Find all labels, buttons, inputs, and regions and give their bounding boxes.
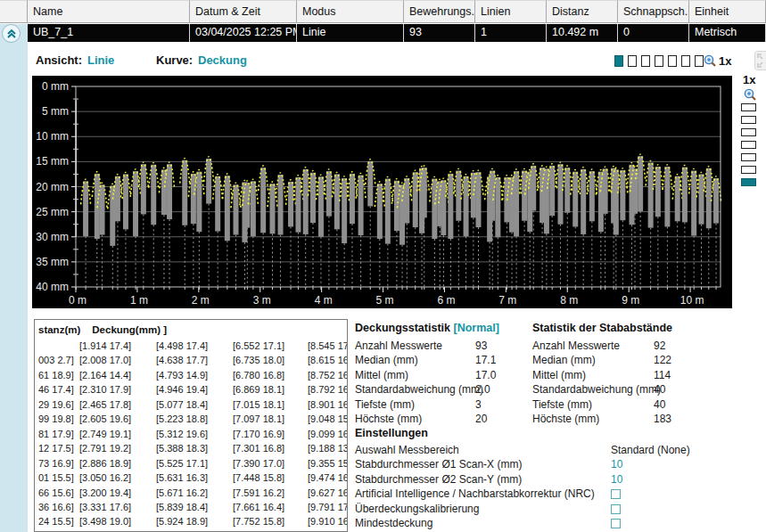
- measure-cell: [7.015 18.1]: [233, 399, 308, 410]
- side-layer-toggle-4[interactable]: [741, 153, 756, 161]
- setting-checkbox-3[interactable]: [611, 489, 621, 499]
- measure-cell: [2.886 18.9]: [79, 458, 156, 469]
- measure-cell: 66 15.6]: [38, 487, 79, 498]
- svg-text:15 mm: 15 mm: [36, 155, 69, 168]
- measure-cell: [3.331 17.6]: [79, 502, 156, 512]
- setting-checkbox-4[interactable]: [611, 504, 621, 514]
- measure-cell: [2.465 17.8]: [79, 399, 156, 410]
- setting-value-2: 10: [611, 473, 622, 486]
- zoom-in-icon[interactable]: [704, 54, 717, 68]
- side-layer-toggle-2[interactable]: [741, 128, 756, 136]
- stat-value: 2.0: [475, 383, 490, 396]
- row-cell-7[interactable]: Metrisch: [689, 24, 766, 42]
- stat-value: 93: [475, 340, 487, 352]
- setting-label-3: Artificial Intelligence / Nachbarstabkor…: [355, 487, 595, 500]
- fullscreen-button[interactable]: [754, 51, 766, 70]
- column-header-7[interactable]: Einheit: [689, 0, 766, 23]
- layer-toggle-0[interactable]: [614, 55, 623, 67]
- ansicht-value-link[interactable]: Linie: [87, 53, 114, 67]
- side-zoom-in-icon[interactable]: [744, 88, 757, 102]
- column-header-1[interactable]: Datum & Zeit: [190, 0, 297, 23]
- measure-cell: [7.448 15.8]: [233, 472, 308, 483]
- row-cell-0[interactable]: UB_7_1: [28, 24, 190, 42]
- side-layer-toggle-0[interactable]: [741, 103, 756, 111]
- line-scan-cover-chart[interactable]: 0 mm5 mm10 mm15 mm20 mm25 mm30 mm35 mm40…: [32, 76, 732, 308]
- row-cell-5[interactable]: 10.492 m: [547, 24, 618, 42]
- measurement-row-1: 003 2.7][2.008 17.0][4.638 17.7][6.735 1…: [38, 355, 348, 365]
- measure-cell: [5.525 17.1]: [156, 458, 233, 469]
- setting-checkbox-5[interactable]: [611, 519, 621, 528]
- row-cell-4[interactable]: 1: [475, 24, 547, 42]
- svg-text:8 m: 8 m: [560, 294, 578, 307]
- layer-toggle-5[interactable]: [681, 55, 690, 67]
- layer-toggle-1[interactable]: [628, 55, 637, 67]
- measure-cell: [6.780 16.8]: [233, 370, 308, 381]
- measure-cell: 29 19.6]: [38, 399, 79, 410]
- column-header-3[interactable]: Bewehrungs...: [404, 0, 475, 23]
- measure-cell: [2.749 19.1]: [79, 429, 156, 439]
- cover-depth-plot: 0 mm5 mm10 mm15 mm20 mm25 mm30 mm35 mm40…: [32, 76, 732, 308]
- column-header-4[interactable]: Linien: [475, 0, 547, 23]
- svg-text:5 m: 5 m: [376, 294, 394, 307]
- column-header-2[interactable]: Modus: [297, 0, 404, 23]
- layer-toggle-4[interactable]: [668, 55, 677, 67]
- stat-value: 40: [654, 383, 665, 396]
- measurement-list-header-row: NameDatum & ZeitModusBewehrungs...Linien…: [0, 0, 766, 23]
- double-chevron-up-icon: [5, 28, 18, 40]
- setting-value-1: 10: [611, 458, 622, 471]
- svg-text:35 mm: 35 mm: [36, 256, 69, 268]
- row-cell-6[interactable]: 0: [618, 24, 689, 42]
- measure-cell: [9.099 16.4]: [308, 429, 348, 439]
- svg-text:3 m: 3 m: [253, 294, 271, 307]
- measure-header-cover: Deckung(mm) ]: [80, 324, 167, 335]
- measurement-row-9: 01 15.5][3.050 16.2][5.631 16.3][7.448 1…: [38, 472, 348, 483]
- side-layer-toggle-6[interactable]: [741, 178, 756, 186]
- svg-text:0 m: 0 m: [69, 294, 86, 307]
- layer-toggle-2[interactable]: [641, 55, 650, 67]
- measurement-values-table[interactable]: stanz(m)Deckung(mm) ] [1.914 17.4][4.498…: [34, 319, 348, 532]
- row-cell-3[interactable]: 93: [404, 24, 475, 42]
- measurement-row-5: 99 19.8][2.605 19.6][5.223 18.8][7.097 1…: [38, 413, 348, 424]
- measure-cell: [9.355 15.2]: [308, 458, 348, 469]
- svg-text:7 m: 7 m: [498, 294, 516, 307]
- side-layer-toggle-5[interactable]: [741, 166, 756, 174]
- measure-cell: [6.869 18.1]: [233, 384, 308, 395]
- measure-cell: [5.388 18.3]: [156, 443, 233, 454]
- measure-cell: 01 15.5]: [38, 472, 79, 483]
- measure-cell: [7.097 18.1]: [233, 413, 308, 424]
- cover-stats-mode-badge: [Normal]: [453, 322, 498, 334]
- column-header-6[interactable]: Schnappsch...: [618, 0, 689, 23]
- row-cell-2[interactable]: Linie: [297, 24, 404, 42]
- layer-toggle-3[interactable]: [655, 55, 663, 67]
- measure-cell: 99 19.8]: [38, 413, 79, 424]
- ansicht-label: Ansicht:: [36, 53, 82, 67]
- stat-label: Anzahl Messwerte: [355, 340, 442, 352]
- kurve-value-link[interactable]: Deckung: [198, 53, 247, 67]
- measurement-list-selected-row[interactable]: UB_7_103/04/2025 12:25 PMLinie93110.492 …: [0, 24, 766, 42]
- measure-cell: [6.552 17.1]: [233, 340, 308, 351]
- svg-text:10 m: 10 m: [680, 294, 704, 307]
- side-layer-toggle-3[interactable]: [741, 141, 756, 149]
- measure-cell: [5.924 18.9]: [156, 516, 233, 527]
- measure-cell: [2.008 17.0]: [79, 355, 156, 365]
- column-header-5[interactable]: Distanz: [547, 0, 618, 23]
- measurement-row-3: 46 17.4][2.310 17.9][4.946 19.4][6.869 1…: [38, 384, 348, 395]
- measurement-row-2: 61 18.9][2.164 14.4][4.793 14.9][6.780 1…: [38, 370, 348, 381]
- measure-cell: [2.310 17.9]: [79, 384, 156, 395]
- row-cell-1[interactable]: 03/04/2025 12:25 PM: [190, 24, 297, 42]
- measurement-row-12: 24 15.5][3.498 19.0][5.924 18.9][7.752 1…: [38, 516, 348, 527]
- collapse-list-button[interactable]: [2, 24, 21, 43]
- setting-label-0: Auswahl Messbereich: [355, 444, 459, 456]
- stat-label: Höchste (mm): [355, 413, 422, 425]
- cover-stats-title-text: Deckungsstatistik: [355, 322, 450, 334]
- stat-value: 20: [475, 413, 487, 425]
- measure-cell: [8.615 16.4]: [308, 355, 348, 365]
- measurement-row-6: 81 17.9][2.749 19.1][5.312 19.6][7.170 1…: [38, 429, 348, 439]
- measure-cell: [4.498 17.4]: [156, 340, 233, 351]
- layer-toggle-6[interactable]: [695, 55, 704, 67]
- measure-cell: [5.223 18.8]: [156, 413, 233, 424]
- measurement-row-11: 36 16.6][3.331 17.6][5.839 18.4][7.661 1…: [38, 502, 348, 512]
- side-layer-toggle-1[interactable]: [741, 116, 756, 124]
- measure-cell: 73 16.9]: [38, 458, 79, 469]
- column-header-0[interactable]: Name: [28, 0, 190, 23]
